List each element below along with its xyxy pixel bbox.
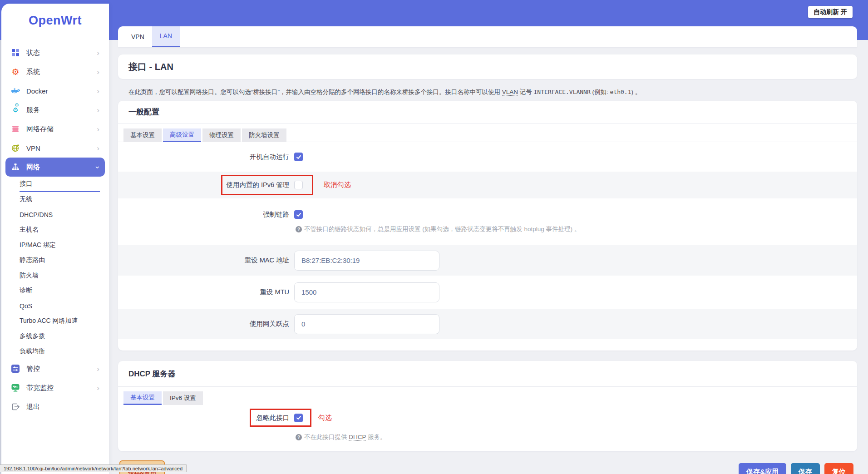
- description-text: 记号: [518, 89, 534, 95]
- sidebar-item-label: 网络: [26, 163, 40, 172]
- tab-physical-settings[interactable]: 物理设置: [202, 128, 241, 142]
- field-label: 开机自动运行: [118, 153, 289, 161]
- sidebar-item-label: 带宽监控: [26, 384, 54, 392]
- sidebar-subitem-firewall[interactable]: 防火墙: [20, 268, 100, 283]
- auto-refresh-toggle-button[interactable]: 自动刷新 开: [808, 6, 853, 18]
- field-label: 强制链路: [118, 210, 289, 219]
- form-row-autostart: 开机自动运行: [118, 142, 857, 172]
- force-link-note: ? 不管接口的链路状态如何，总是用应用设置 (如果勾选，链路状态变更将不再触发 …: [296, 225, 857, 233]
- form-row-mac-address: 重设 MAC 地址: [118, 245, 857, 276]
- subitem-label: 接口: [20, 180, 32, 188]
- checkmark-icon: [296, 415, 301, 420]
- sidebar-subitem-multiwan[interactable]: 多线多拨: [20, 329, 100, 344]
- page-title-card: 接口 - LAN: [118, 54, 857, 79]
- sidebar-subitem-turbo-acc[interactable]: Turbo ACC 网络加速: [20, 314, 100, 329]
- sidebar-item-network-storage[interactable]: 网络存储 ›: [5, 119, 105, 138]
- uncheck-annotation: 取消勾选: [324, 181, 351, 189]
- sidebar-item-logout[interactable]: 退出: [5, 397, 105, 416]
- sidebar-item-network[interactable]: 网络 ›: [5, 158, 105, 177]
- control-sliders-icon: [11, 364, 20, 373]
- sidebar-item-control[interactable]: 管控 ›: [5, 359, 105, 378]
- bandwidth-monitor-icon: [11, 383, 20, 392]
- form-row-gateway-metric: 使用网关跃点: [118, 309, 857, 339]
- gateway-metric-input[interactable]: [294, 314, 439, 334]
- chevron-right-icon: ›: [97, 68, 99, 76]
- tab-vpn[interactable]: VPN: [123, 26, 152, 47]
- sidebar-subitem-diagnostics[interactable]: 诊断: [20, 283, 100, 299]
- save-apply-button[interactable]: 保存&应用: [739, 463, 786, 474]
- dhcp-link[interactable]: DHCP: [349, 434, 366, 441]
- force-link-checkbox[interactable]: [294, 210, 303, 219]
- question-circle-icon: ?: [296, 226, 302, 232]
- logout-icon: [11, 402, 20, 411]
- subitem-label: 防火墙: [20, 272, 39, 280]
- left-edge-strip: [0, 0, 1, 474]
- dhcp-server-card: DHCP 服务器 基本设置 IPv6 设置 忽略此接口 勾选 ? 不在此接口提供…: [118, 361, 857, 451]
- sidebar-subitem-static-routes[interactable]: 静态路由: [20, 253, 100, 268]
- mtu-input[interactable]: [294, 282, 439, 302]
- chevron-right-icon: ›: [97, 49, 99, 57]
- tab-dhcp-basic-settings[interactable]: 基本设置: [123, 391, 162, 405]
- sidebar-item-system[interactable]: ⚙︎ 系统 ›: [5, 62, 105, 81]
- sidebar-item-label: 网络存储: [26, 125, 54, 133]
- ignore-interface-checkbox[interactable]: [294, 414, 303, 422]
- sidebar-subitem-ip-mac-binding[interactable]: IP/MAC 绑定: [20, 237, 100, 253]
- ipv6-management-checkbox[interactable]: [294, 181, 303, 189]
- tab-lan[interactable]: LAN: [152, 26, 180, 47]
- interface-tabs-card: VPN LAN: [118, 26, 857, 47]
- sidebar-item-label: Docker: [26, 87, 48, 95]
- page-title: 接口 - LAN: [128, 61, 173, 73]
- checkmark-icon: [296, 212, 301, 217]
- field-label: 使用网关跃点: [118, 320, 289, 328]
- subitem-label: 多线多拨: [20, 332, 45, 341]
- page-description: 在此页面，您可以配置网络接口。您可以勾选“桥接接口”，并输入由空格分隔的多个网络…: [128, 88, 850, 96]
- sidebar-subitem-qos[interactable]: QoS: [20, 298, 100, 314]
- autostart-checkbox[interactable]: [294, 153, 303, 161]
- chevron-right-icon: ›: [97, 125, 99, 133]
- tab-firewall-settings[interactable]: 防火墙设置: [242, 128, 286, 142]
- form-row-ignore-interface: 忽略此接口 勾选: [118, 405, 857, 430]
- general-config-title: 一般配置: [118, 101, 857, 123]
- sidebar-subitem-interfaces[interactable]: 接口: [20, 177, 100, 192]
- network-submenu: 接口 无线 DHCP/DNS 主机名 IP/MAC 绑定 静态路由 防火墙 诊断…: [1, 177, 109, 359]
- dhcp-note: ? 不在此接口提供 DHCP 服务。: [296, 433, 857, 441]
- reset-button[interactable]: 复位: [824, 463, 853, 474]
- sidebar-item-label: 管控: [26, 365, 40, 373]
- sidebar-subitem-load-balancing[interactable]: 负载均衡: [20, 344, 100, 360]
- sidebar-item-services[interactable]: ⚙︎⚙︎ 服务 ›: [5, 100, 105, 119]
- subitem-label: IP/MAC 绑定: [20, 241, 56, 249]
- chevron-right-icon: ›: [97, 106, 99, 114]
- openwrt-logo[interactable]: OpenWrt: [1, 14, 109, 28]
- mac-address-input[interactable]: [294, 251, 439, 271]
- note-text: 不管接口的链路状态如何，总是用应用设置 (如果勾选，链路状态变更将不再触发 ho…: [304, 225, 580, 233]
- vlan-link[interactable]: VLAN: [502, 89, 518, 96]
- subitem-label: DHCP/DNS: [20, 211, 53, 218]
- note-text: 不在此接口提供 DHCP 服务。: [304, 433, 386, 441]
- sidebar-subitem-wireless[interactable]: 无线: [20, 192, 100, 207]
- sidebar-item-label: 系统: [26, 68, 40, 76]
- tab-advanced-settings[interactable]: 高级设置: [163, 128, 201, 142]
- sidebar-subitem-hostname[interactable]: 主机名: [20, 222, 100, 238]
- tab-basic-settings[interactable]: 基本设置: [123, 128, 162, 142]
- general-config-card: 一般配置 基本设置 高级设置 物理设置 防火墙设置 开机自动运行 使用内置的 I…: [118, 101, 857, 351]
- sidebar-subitem-dhcp-dns[interactable]: DHCP/DNS: [20, 207, 100, 222]
- tab-dhcp-ipv6-settings[interactable]: IPv6 设置: [163, 391, 203, 405]
- subitem-label: 无线: [20, 195, 32, 203]
- chevron-right-icon: ›: [97, 384, 99, 392]
- status-grid-icon: [11, 48, 20, 57]
- form-row-mtu: 重设 MTU: [118, 276, 857, 309]
- sidebar-item-bandwidth-monitor[interactable]: 带宽监控 ›: [5, 378, 105, 397]
- description-text: (例如:: [591, 89, 610, 95]
- field-label: 使用内置的 IPv6 管理: [118, 181, 289, 189]
- chevron-right-icon: ›: [97, 365, 99, 373]
- interface-vlannr-code: INTERFACE.VLANNR: [534, 89, 591, 95]
- chevron-down-icon: ›: [94, 166, 102, 168]
- description-text: 在此页面，您可以配置网络接口。您可以勾选“桥接接口”，并输入由空格分隔的多个网络…: [128, 89, 502, 95]
- checkmark-icon: [296, 154, 301, 160]
- sidebar-item-docker[interactable]: Docker ›: [5, 81, 105, 100]
- chevron-right-icon: ›: [97, 87, 99, 95]
- form-action-buttons: 保存&应用 保存 复位: [739, 463, 853, 474]
- sidebar-item-vpn[interactable]: VPN ›: [5, 138, 105, 158]
- sidebar-item-status[interactable]: 状态 ›: [5, 43, 105, 62]
- save-button[interactable]: 保存: [791, 463, 820, 474]
